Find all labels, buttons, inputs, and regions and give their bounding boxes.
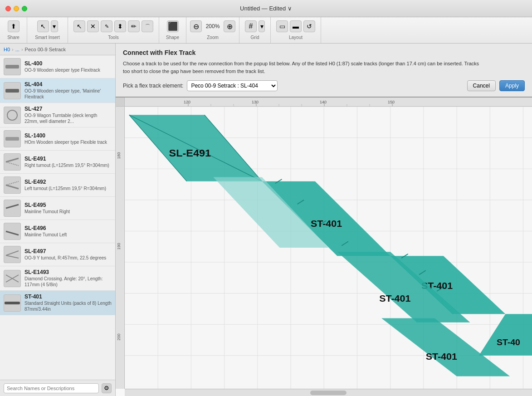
sidebar-thumb-sl-e491 (4, 153, 21, 171)
sidebar-name-sl-e495: SL-E495 (24, 202, 112, 208)
search-input[interactable] (4, 383, 99, 393)
layout-rotate-icon[interactable]: ↺ (303, 20, 315, 32)
grid-dropdown-icon[interactable]: ▾ (259, 20, 265, 32)
breadcrumb: H0 › ... › Peco 00-9 Setrack (0, 44, 115, 55)
sidebar-search-bar: ⚙ (0, 380, 115, 396)
sidebar-thumb-sl-400 (4, 58, 21, 75)
sidebar-item-sl-400[interactable]: SL-400 OO-9 Wooden sleeper type Flexitra… (0, 55, 115, 78)
toolbar-group-share: ⬆ Share (0, 17, 27, 43)
sidebar-name-sl-e492: SL-E492 (24, 179, 112, 185)
sidebar-thumb-sl-e495 (4, 200, 21, 217)
canvas-area: Connect with Flex Track Choose a track t… (116, 44, 532, 396)
sidebar-desc-st-401: Standard Straight Units (packs of 8) Len… (24, 300, 112, 312)
sidebar-desc-sl-404: OO-9 Wooden sleeper type, 'Mainline' Fle… (24, 88, 112, 100)
sidebar-thumb-sl-1400 (4, 130, 21, 147)
ruler-horizontal: 120 130 140 150 (125, 98, 532, 107)
cancel-button[interactable]: Cancel (467, 80, 496, 91)
sidebar-item-sl-e491[interactable]: SL-E491 Right turnout (L=125mm 19,5° R=3… (0, 151, 115, 174)
draw-tool-icon[interactable]: ✏ (128, 20, 140, 32)
svg-text:SL-E491: SL-E491 (169, 147, 211, 158)
search-settings-button[interactable]: ⚙ (102, 383, 112, 393)
sidebar-desc-sl-400: OO-9 Wooden sleeper type Flexitrack (24, 67, 112, 73)
sidebar-item-st-401[interactable]: ST-401 Standard Straight Units (packs of… (0, 291, 115, 315)
sidebar-item-sl-e495[interactable]: SL-E495 Mainline Turnout Right (0, 197, 115, 220)
sidebar-thumb-sl-e496 (4, 223, 21, 240)
close-button[interactable] (5, 6, 11, 11)
svg-line-6 (6, 251, 19, 255)
smart-insert-label: Smart Insert (35, 35, 59, 40)
sidebar-item-sl-1400[interactable]: SL-1400 HOm Wooden sleeper type Flexible… (0, 127, 115, 151)
svg-text:ST-401: ST-401 (379, 293, 410, 303)
erase-tool-icon[interactable]: ✕ (87, 20, 99, 32)
sidebar-desc-sl-427: OO-9 Wagon Turntable (deck length 22mm, … (24, 112, 112, 124)
sidebar-item-sl-e492[interactable]: SL-E492 Left turnout (L=125mm 19,5° R=30… (0, 174, 115, 197)
connect-flex-dialog: Connect with Flex Track Choose a track t… (116, 44, 532, 98)
scroll-thumb[interactable] (310, 391, 347, 395)
sidebar-item-sl-427[interactable]: SL-427 OO-9 Wagon Turntable (deck length… (0, 103, 115, 127)
toolbar-group-shape: ⬛ Shape (159, 17, 186, 43)
zoom-out-icon[interactable]: ⊖ (190, 20, 202, 32)
grid-icon[interactable]: # (245, 20, 257, 32)
smart-insert-icon[interactable]: ↖ (37, 20, 49, 32)
sidebar-name-sl-e497: SL-E497 (24, 248, 112, 254)
layout-label: Layout (289, 35, 303, 40)
share-button[interactable]: ⬆ (8, 20, 20, 32)
main-area: H0 › ... › Peco 00-9 Setrack SL-400 OO-9… (0, 44, 532, 396)
svg-line-5 (6, 231, 19, 235)
sidebar-thumb-sl-404 (4, 82, 21, 99)
svg-text:180: 180 (117, 152, 121, 159)
svg-line-3 (6, 181, 19, 185)
svg-text:ST-40: ST-40 (497, 338, 520, 347)
flex-track-select[interactable]: Peco 00-9 Setrack : SL-404 (187, 80, 278, 91)
sidebar-desc-sl-e495: Mainline Turnout Right (24, 209, 112, 215)
sidebar-desc-sl-e492: Left turnout (L=125mm 19,5° R=304mm) (24, 186, 112, 191)
tools-label: Tools (108, 35, 118, 40)
shape-icon[interactable]: ⬛ (167, 20, 179, 32)
svg-line-0 (6, 158, 19, 162)
svg-text:200: 200 (117, 333, 121, 340)
horizontal-scrollbar[interactable] (125, 389, 532, 396)
sidebar-item-sl-e1493[interactable]: SL-E1493 Diamond Crossing. Angle: 20°, L… (0, 266, 115, 291)
sidebar-desc-sl-e496: Mainline Turnout Left (24, 232, 112, 238)
share-label: Share (7, 35, 20, 40)
maximize-button[interactable] (22, 6, 27, 11)
ruler-vertical: 180 190 200 (116, 107, 125, 389)
ruler-corner (116, 98, 125, 107)
svg-text:130: 130 (252, 100, 259, 104)
toolbar-group-smart-insert: ↖ ▾ Smart Insert (27, 17, 68, 43)
sidebar-name-sl-e1493: SL-E1493 (24, 269, 112, 275)
svg-line-4 (6, 205, 19, 208)
breadcrumb-h0[interactable]: H0 (4, 47, 10, 52)
sidebar-desc-sl-e497: OO-9 Y turnout, R:457mm, 22.5 degrees (24, 255, 112, 261)
svg-text:140: 140 (320, 100, 327, 104)
layout-icon-2[interactable]: ▬ (290, 20, 302, 32)
connect-tool-icon[interactable]: ✎ (101, 20, 112, 32)
sidebar-item-sl-e497[interactable]: SL-E497 OO-9 Y turnout, R:457mm, 22.5 de… (0, 243, 115, 266)
apply-button[interactable]: Apply (499, 80, 525, 91)
sidebar-name-sl-e496: SL-E496 (24, 225, 112, 231)
curve-tool-icon[interactable]: ⌒ (142, 20, 153, 32)
track-canvas-area[interactable]: 120 130 140 150 (116, 98, 532, 396)
smart-insert-dropdown-icon[interactable]: ▾ (51, 20, 58, 32)
dialog-title: Connect with Flex Track (123, 49, 525, 56)
svg-text:ST-401: ST-401 (311, 219, 342, 229)
shape-label: Shape (166, 35, 179, 40)
svg-line-7 (6, 255, 19, 258)
sidebar-desc-sl-e491: Right turnout (L=125mm 19,5° R=304mm) (24, 162, 112, 168)
zoom-in-icon[interactable]: ⊕ (224, 20, 235, 32)
layout-icon-1[interactable]: ▭ (276, 20, 288, 32)
sidebar-thumb-sl-e497 (4, 246, 21, 263)
breadcrumb-current: Peco 00-9 Setrack (25, 47, 66, 52)
sidebar-name-sl-e491: SL-E491 (24, 156, 112, 162)
svg-text:190: 190 (117, 243, 121, 249)
breadcrumb-ellipsis[interactable]: ... (15, 47, 20, 52)
minimize-button[interactable] (14, 6, 19, 11)
sidebar: H0 › ... › Peco 00-9 Setrack SL-400 OO-9… (0, 44, 116, 396)
sidebar-item-sl-e496[interactable]: SL-E496 Mainline Turnout Left (0, 220, 115, 243)
measure-tool-icon[interactable]: ⬍ (114, 20, 126, 32)
sidebar-desc-sl-1400: HOm Wooden sleeper type Flexible track (24, 139, 112, 145)
select-tool-icon[interactable]: ↖ (73, 20, 85, 32)
svg-text:150: 150 (388, 100, 395, 104)
window-title: Untitled — Edited ∨ (240, 5, 292, 12)
sidebar-item-sl-404[interactable]: SL-404 OO-9 Wooden sleeper type, 'Mainli… (0, 78, 115, 103)
